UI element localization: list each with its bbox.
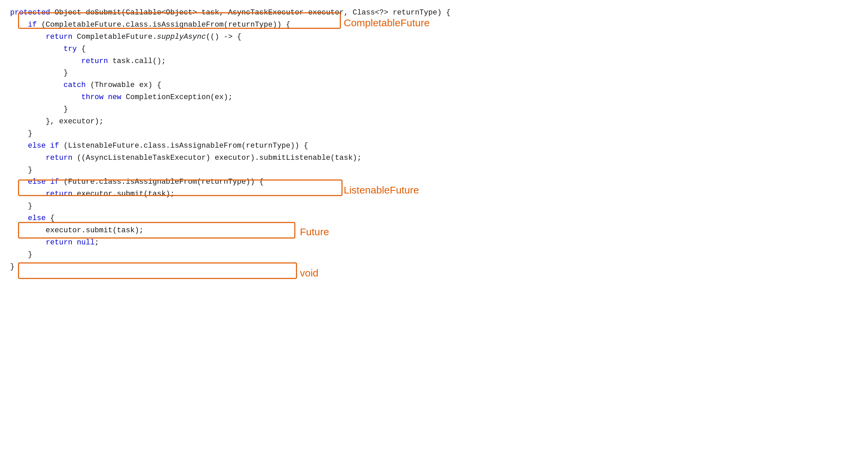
code-line-8: throw new CompletionException(ex); bbox=[10, 91, 858, 103]
code-line-6: } bbox=[10, 67, 858, 79]
code-line-20: return null; bbox=[10, 237, 858, 249]
keyword-return-3: return bbox=[46, 154, 72, 162]
code-line-13: return ((AsyncListenableTaskExecutor) ex… bbox=[10, 152, 858, 164]
code-line-3: return CompletableFuture.supplyAsync(() … bbox=[10, 31, 858, 43]
code-line-9: } bbox=[10, 103, 858, 116]
keyword-null: null bbox=[77, 238, 95, 247]
keyword-if: if bbox=[28, 21, 37, 29]
keyword-return-2: return bbox=[81, 57, 108, 65]
code-line-21: } bbox=[10, 249, 858, 261]
code-line-19: executor.submit(task); bbox=[10, 225, 858, 237]
keyword-else-3: else bbox=[28, 214, 46, 222]
keyword-if-2: if bbox=[50, 142, 59, 150]
keyword-return-5: return bbox=[46, 238, 72, 247]
code-line-15: else if (Future.class.isAssignableFrom(r… bbox=[10, 176, 858, 188]
keyword-else-2: else bbox=[28, 178, 46, 186]
method-name: doSubmit bbox=[86, 8, 121, 17]
code-line-12: else if (ListenableFuture.class.isAssign… bbox=[10, 140, 858, 152]
code-line-2: if (CompletableFuture.class.isAssignable… bbox=[10, 19, 858, 31]
keyword-return-4: return bbox=[46, 190, 72, 198]
keyword-throw: throw bbox=[81, 93, 103, 101]
keyword-return: return bbox=[46, 33, 72, 41]
keyword-if-3: if bbox=[50, 178, 59, 186]
code-block: protected Object doSubmit(Callable<Objec… bbox=[10, 7, 858, 273]
code-line-11: } bbox=[10, 128, 858, 140]
keyword-new: new bbox=[108, 93, 121, 101]
code-line-18: else { bbox=[10, 212, 858, 225]
class-ref: class bbox=[126, 21, 148, 29]
code-line-16: return executor.submit(task); bbox=[10, 188, 858, 200]
code-line-10: }, executor); bbox=[10, 116, 858, 128]
code-line-5: return task.call(); bbox=[10, 55, 858, 67]
class-ref-2: class bbox=[144, 142, 166, 150]
code-line-14: } bbox=[10, 164, 858, 176]
code-line-22: } bbox=[10, 261, 858, 273]
code-container: protected Object doSubmit(Callable<Objec… bbox=[10, 7, 858, 273]
supply-async: supplyAsync bbox=[157, 33, 206, 41]
keyword-catch: catch bbox=[63, 81, 86, 89]
code-line-17: } bbox=[10, 200, 858, 212]
class-ref-3: class bbox=[99, 178, 121, 186]
keyword-try: try bbox=[63, 45, 77, 53]
keyword-protected: protected bbox=[10, 8, 50, 17]
code-line-7: catch (Throwable ex) { bbox=[10, 79, 858, 91]
keyword-else: else bbox=[28, 142, 46, 150]
code-line-4: try { bbox=[10, 43, 858, 55]
code-line-1: protected Object doSubmit(Callable<Objec… bbox=[10, 7, 858, 19]
